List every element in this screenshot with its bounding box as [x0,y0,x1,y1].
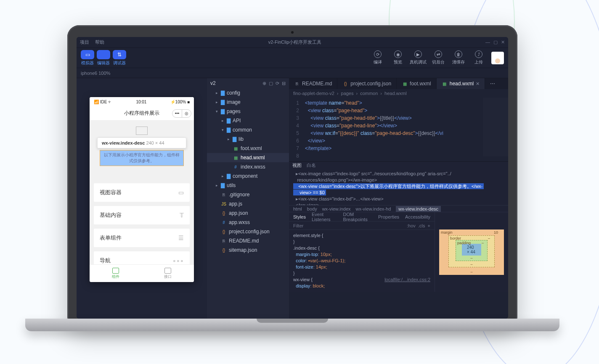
file-explorer: v2 ⊕ ▢ ⟳ ⊟ ▸▇config▸▇image▾▇pages▸▇API▾▇… [207,78,289,319]
hov-toggle[interactable]: :hov [407,223,416,228]
file-item[interactable]: ⎘README.md [207,236,289,245]
menu-item[interactable]: 项目 [80,39,89,45]
editor-tab[interactable]: ⎘README.md [289,78,337,89]
dom-crumb[interactable]: html [293,206,302,211]
folder-item[interactable]: ▾▇common [207,125,289,135]
new-file-icon[interactable]: ⊕ [262,81,266,86]
add-rule-icon[interactable]: + [428,223,430,228]
list-item[interactable]: 基础内容𝕋 [94,206,190,224]
file-item[interactable]: ⎘.gitignore [207,190,289,199]
breadcrumb[interactable]: fino-applet-demo-v2›pages›common›head.wx… [289,89,508,98]
filter-input[interactable]: Filter [293,223,303,228]
editor-tab[interactable]: {}project.config.json [337,78,397,89]
new-folder-icon[interactable]: ▢ [269,81,273,86]
toolbar-button[interactable]: 🗑清缓存 [449,50,468,65]
more-tabs-icon[interactable]: ⋯ [485,78,500,89]
folder-item[interactable]: ▸▇lib [207,135,289,144]
editor-tab[interactable]: ▦foot.wxml [397,78,437,89]
avatar[interactable] [491,52,504,64]
file-item[interactable]: JSapp.js [207,199,289,208]
elements-panel[interactable]: ▸<wx-image class="index-logo" src="../re… [289,169,508,205]
camera-dot [291,31,294,34]
cls-toggle[interactable]: .cls [418,223,425,228]
titlebar: 项目帮助 v2-FinClip小程序开发工具 — ▢ ✕ [77,37,508,48]
collapse-icon[interactable]: ⊟ [282,81,286,86]
close-icon[interactable]: ✕ [501,40,505,45]
dom-crumb[interactable]: wx-view.index [322,206,351,211]
file-item[interactable]: {}project.config.json [207,227,289,236]
logo-placeholder [136,127,148,135]
minimap[interactable] [483,98,508,156]
devtools-tab[interactable]: 白名 [307,162,316,169]
window-title: v2-FinClip小程序开发工具 [104,39,485,45]
inspect-tooltip: wx-view.index-desc 240 × 44 [97,137,186,148]
devtools: 视图白名 ▸<wx-image class="index-logo" src="… [289,161,508,292]
close-tab-icon[interactable]: ✕ [476,81,480,87]
editor-pane: ⎘README.md{}project.config.json▦foot.wxm… [289,78,508,319]
dom-crumb[interactable]: wx-view.index-desc [396,206,441,212]
toolbar-button[interactable]: ⟳编译 [368,50,387,65]
styles-subtab[interactable]: DOM Breakpoints [343,212,372,222]
editor-tabs: ⎘README.md{}project.config.json▦foot.wxm… [289,78,508,89]
device-info[interactable]: iphone6 100% [77,68,508,78]
toolbar-button[interactable]: ◉预览 [389,50,407,65]
styles-subtab[interactable]: Accessibility [405,214,430,219]
laptop-frame: 项目帮助 v2-FinClip小程序开发工具 — ▢ ✕ ▭模拟器编辑器⇅调试器… [67,25,517,328]
folder-item[interactable]: ▸▇utils [207,181,289,190]
mode-toggle[interactable]: 编辑器 [97,50,110,66]
box-model: margin 10 border– padding– 240 × 44 – [435,212,508,292]
tabbar-item[interactable]: 组件 [90,265,142,282]
file-item[interactable]: ▦foot.wxml [207,144,289,153]
list-item[interactable]: 导航∘∘∘ [94,251,190,264]
phone-tabbar: 组件接口 [90,264,194,282]
toolbar: ▭模拟器编辑器⇅调试器 ⟳编译◉预览▶真机调试⇄切后台🗑清缓存⤴上传 [77,48,508,68]
dom-breadcrumb[interactable]: htmlbodywx-view.indexwx-view.index-hdwx-… [289,205,508,212]
window-controls[interactable]: — ▢ ✕ [485,40,505,45]
folder-item[interactable]: ▸▇API [207,116,289,125]
project-root[interactable]: v2 [210,80,216,86]
file-item[interactable]: {}app.json [207,208,289,218]
refresh-icon[interactable]: ⟳ [276,81,279,86]
page-title: 小程序组件展示 [124,110,159,117]
tabbar-item[interactable]: 接口 [142,265,194,282]
phone-preview: 📶 IDE ᯤ 10:01 ⚡100% ■ 小程序组件展示 ••• ◎ [90,97,194,282]
list-item[interactable]: 表单组件☰ [94,229,190,247]
file-item[interactable]: {}sitemap.json [207,245,289,255]
folder-item[interactable]: ▸▇component [207,171,289,181]
styles-subtab[interactable]: Properties [378,214,399,219]
phone-header: 小程序组件展示 ••• ◎ [90,106,194,121]
mode-toggle[interactable]: ▭模拟器 [81,50,94,66]
toolbar-button[interactable]: ⇄切后台 [429,50,448,65]
folder-item[interactable]: ▾▇pages [207,107,289,116]
mode-toggle[interactable]: ⇅调试器 [113,50,126,66]
menu-item[interactable]: 帮助 [95,39,104,45]
styles-subtab[interactable]: Styles [293,214,306,219]
folder-item[interactable]: ▸▇image [207,98,289,107]
list-item[interactable]: 视图容器▭ [94,183,190,202]
maximize-icon[interactable]: ▢ [493,40,498,45]
capsule-button[interactable]: ••• ◎ [172,109,191,118]
folder-item[interactable]: ▸▇config [207,88,289,98]
file-item[interactable]: #index.wxss [207,162,289,171]
minimize-icon[interactable]: — [485,40,490,45]
editor-tab[interactable]: ▦head.wxml✕ [437,78,485,89]
code-editor[interactable]: 1<template name="head">2 <view class="pa… [289,98,508,161]
toolbar-button[interactable]: ⤴上传 [469,50,488,65]
file-item[interactable]: #app.wxss [207,218,289,227]
highlighted-element[interactable]: 以下用展示小程序官方组件能力，组件样式仅供参考。 [100,150,184,166]
styles-rules[interactable]: element.style {}.index-desc {</span> mar… [289,230,435,292]
ide-screen: 项目帮助 v2-FinClip小程序开发工具 — ▢ ✕ ▭模拟器编辑器⇅调试器… [77,37,508,319]
file-item[interactable]: ▦head.wxml [207,153,289,162]
simulator-panel: 📶 IDE ᯤ 10:01 ⚡100% ■ 小程序组件展示 ••• ◎ [77,78,207,319]
devtools-tab[interactable]: 视图 [292,162,302,169]
dom-crumb[interactable]: wx-view.index-hd [356,206,391,211]
dom-crumb[interactable]: body [307,206,317,211]
styles-subtab[interactable]: Event Listeners [312,212,337,222]
phone-status-bar: 📶 IDE ᯤ 10:01 ⚡100% ■ [90,97,194,106]
toolbar-button[interactable]: ▶真机调试 [409,50,427,65]
